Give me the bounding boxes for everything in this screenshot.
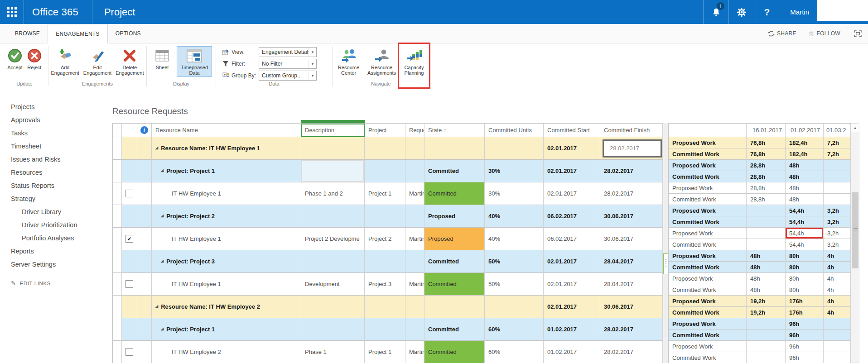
app-launcher-button[interactable] <box>0 0 24 24</box>
timephased-cell[interactable] <box>747 330 786 341</box>
cell-requester[interactable] <box>405 205 424 228</box>
timephased-cell[interactable] <box>824 341 851 352</box>
timephased-cell[interactable]: 96h <box>786 352 824 363</box>
timephased-committed-row[interactable]: Committed Work96h <box>669 330 851 341</box>
cell-committed-units[interactable]: 50% <box>485 273 544 296</box>
timephased-committed-row[interactable]: Committed Work28,8h48h <box>669 194 851 205</box>
cell-requester[interactable]: Martin ( <box>405 273 424 296</box>
timephased-cell[interactable]: 19,2h <box>747 296 786 307</box>
cell-state[interactable]: Committed <box>424 318 485 341</box>
timephased-cell[interactable] <box>824 171 851 182</box>
sidebar-item-approvals[interactable]: Approvals <box>0 113 111 126</box>
indicator-cell[interactable] <box>137 228 152 250</box>
edit-engagement-button[interactable]: Edit Engagement <box>82 46 113 77</box>
cell-state[interactable]: Committed <box>424 182 485 205</box>
collapse-icon[interactable]: ◢ <box>161 327 164 331</box>
tab-browse[interactable]: BROWSE <box>7 24 48 43</box>
group-row-project[interactable]: ◢Project: Project 1Committed60%01.02.201… <box>113 318 663 341</box>
sidebar-item-projects[interactable]: Projects <box>0 100 111 113</box>
row-checkbox-checked[interactable]: ✔ <box>125 235 133 243</box>
cell-committed-finish[interactable]: 30.06.2017 <box>600 228 663 250</box>
timephased-cell[interactable]: 76,8h <box>747 148 786 160</box>
cell-requester[interactable] <box>405 137 424 160</box>
checkbox-cell[interactable]: ✔ <box>122 228 137 250</box>
cell-state[interactable] <box>424 296 485 318</box>
resource-center-button[interactable]: Resource Center <box>333 46 364 77</box>
collapse-icon[interactable]: ◢ <box>155 146 158 150</box>
timephased-cell[interactable]: 80h <box>786 273 824 284</box>
timephased-cell[interactable]: 54,4h <box>786 205 824 216</box>
cell-description[interactable] <box>301 160 365 182</box>
timephased-cell[interactable]: 48h <box>747 284 786 296</box>
timephased-proposed-row[interactable]: Proposed Work54,4h3,2h <box>669 205 851 216</box>
column-header-state[interactable]: State ↑ <box>424 124 485 137</box>
timephased-cell[interactable] <box>824 318 851 330</box>
cell-requester[interactable]: Martin ( <box>405 341 424 363</box>
timephased-cell[interactable]: 54,4h <box>786 216 824 228</box>
timephased-cell[interactable]: 48h <box>747 250 786 262</box>
indicator-cell[interactable] <box>137 250 152 273</box>
timephased-cell[interactable] <box>824 194 851 205</box>
timephased-cell[interactable]: 28,8h <box>747 194 786 205</box>
row-selector-cell[interactable] <box>113 296 122 318</box>
group-row-resource[interactable]: ◢Resource Name: IT HW Employee 202.01.20… <box>113 296 663 318</box>
timephased-cell[interactable]: 4h <box>824 273 851 284</box>
cell-project[interactable] <box>365 250 405 273</box>
cell-resource-name[interactable]: ◢Resource Name: IT HW Employee 2 <box>152 296 301 318</box>
cell-resource-name[interactable]: ◢Resource Name: IT HW Employee 1 <box>152 137 301 160</box>
row-checkbox[interactable] <box>125 348 133 356</box>
collapse-icon[interactable]: ◢ <box>161 214 164 218</box>
pane-splitter[interactable] <box>663 123 668 363</box>
group-row-project[interactable]: ◢Project: Project 2Proposed40%06.02.2017… <box>113 205 663 228</box>
cell-committed-finish[interactable]: 28.02.2017 <box>600 341 663 363</box>
cell-committed-units[interactable]: 40% <box>485 228 544 250</box>
cell-project[interactable]: Project 2 <box>365 228 405 250</box>
share-button[interactable]: SHARE <box>768 30 796 37</box>
cell-state[interactable]: Committed <box>424 250 485 273</box>
timephased-committed-row[interactable]: Committed Work54,4h3,2h <box>669 216 851 228</box>
dropdown-filter[interactable]: No Filter▾ <box>259 59 317 69</box>
indicator-cell[interactable] <box>137 318 152 341</box>
checkbox-cell[interactable] <box>122 137 137 160</box>
indicator-cell[interactable] <box>137 205 152 228</box>
timephased-cell[interactable] <box>747 239 786 250</box>
user-name[interactable]: Martin <box>779 8 817 16</box>
row-selector-cell[interactable] <box>113 250 122 273</box>
detail-row[interactable]: IT HW Employee 1DevelopmentProject 3Mart… <box>113 273 663 296</box>
column-header-info[interactable]: i <box>137 124 152 137</box>
column-header-committed-units[interactable]: Committed Units <box>485 124 544 137</box>
timephased-cell[interactable]: 176h <box>786 296 824 307</box>
checkbox-cell[interactable] <box>122 296 137 318</box>
timephased-cell[interactable]: 7,2h <box>824 137 851 148</box>
row-checkbox[interactable] <box>125 190 133 197</box>
cell-project[interactable]: Project 1 <box>365 182 405 205</box>
indicator-cell[interactable] <box>137 160 152 182</box>
timephased-proposed-row[interactable]: Proposed Work96h <box>669 318 851 330</box>
cell-committed-units[interactable]: 30% <box>485 182 544 205</box>
cell-description[interactable] <box>301 318 365 341</box>
group-row-project[interactable]: ◢Project: Project 1Committed30%02.01.201… <box>113 160 663 182</box>
cell-committed-finish[interactable]: 30.06.2017 <box>600 205 663 228</box>
timephased-committed-row[interactable]: Committed Work28,8h48h <box>669 171 851 182</box>
indicator-cell[interactable] <box>137 296 152 318</box>
cell-committed-finish[interactable]: 28.02.2017 <box>600 182 663 205</box>
vertical-scrollbar[interactable]: ▲ <box>851 123 859 363</box>
timephased-cell[interactable]: 3,2h <box>824 228 851 239</box>
sidebar-item-status-reports[interactable]: Status Reports <box>0 179 111 192</box>
timephased-committed-row[interactable]: Committed Work48h80h4h <box>669 284 851 296</box>
timephased-proposed-row[interactable]: Proposed Work48h80h4h <box>669 273 851 284</box>
sidebar-item-portfolio-analyses[interactable]: Portfolio Analyses <box>0 231 111 244</box>
row-selector-cell[interactable] <box>113 341 122 363</box>
scrollbar-thumb[interactable] <box>852 192 858 268</box>
column-header-resource-name[interactable]: Resource Name <box>152 124 301 137</box>
timephased-cell[interactable] <box>747 216 786 228</box>
timephased-cell[interactable]: 48h <box>747 262 786 273</box>
timephased-cell[interactable]: 19,2h <box>747 307 786 318</box>
cell-committed-start[interactable]: 02.01.2017 <box>544 250 600 273</box>
sidebar-item-issues-and-risks[interactable]: Issues and Risks <box>0 153 111 166</box>
collapse-icon[interactable]: ◢ <box>161 259 164 263</box>
row-checkbox[interactable] <box>125 280 133 288</box>
timephased-cell[interactable]: 182,4h <box>786 148 824 160</box>
cell-committed-units[interactable]: 40% <box>485 205 544 228</box>
help-button[interactable]: ? <box>754 0 779 24</box>
